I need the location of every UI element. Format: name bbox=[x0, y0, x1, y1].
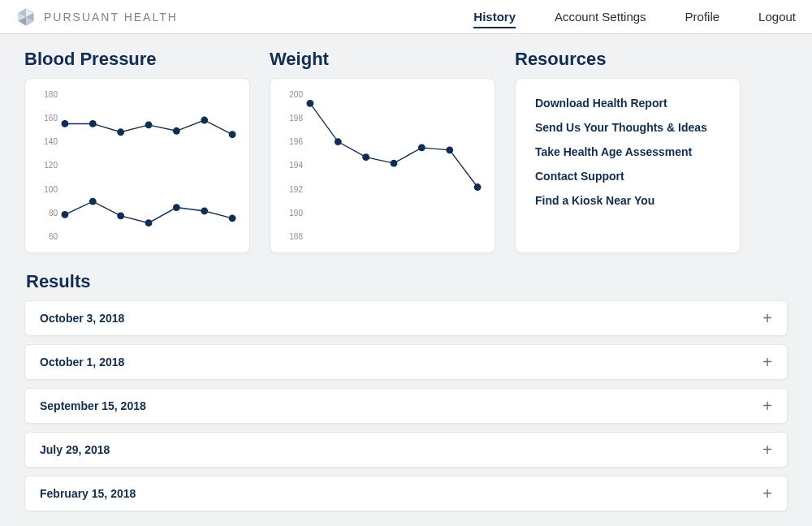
resources-panel: Resources Download Health Report Send Us… bbox=[515, 49, 788, 253]
expand-icon: + bbox=[762, 398, 772, 414]
svg-point-19 bbox=[201, 208, 208, 215]
blood-pressure-y-ticks: 1801601401201008060 bbox=[35, 90, 58, 241]
result-item[interactable]: February 15, 2018 + bbox=[24, 476, 788, 511]
resource-health-age[interactable]: Take Health Age Assessment bbox=[535, 145, 720, 158]
brand-name: PURSUANT HEALTH bbox=[44, 11, 178, 24]
results-title: Results bbox=[26, 271, 788, 292]
svg-point-15 bbox=[89, 198, 97, 205]
svg-point-23 bbox=[362, 153, 369, 161]
resource-contact-support[interactable]: Contact Support bbox=[535, 170, 720, 183]
result-label: September 15, 2018 bbox=[40, 399, 146, 412]
weight-svg bbox=[306, 93, 482, 238]
nav-history[interactable]: History bbox=[473, 5, 516, 28]
resource-find-kiosk[interactable]: Find a Kiosk Near You bbox=[535, 194, 720, 207]
result-item[interactable]: July 29, 2018 + bbox=[24, 432, 788, 468]
svg-point-17 bbox=[145, 219, 153, 226]
resource-send-thoughts[interactable]: Send Us Your Thoughts & Ideas bbox=[535, 121, 720, 134]
result-item[interactable]: October 1, 2018 + bbox=[24, 344, 788, 380]
result-label: July 29, 2018 bbox=[40, 443, 110, 456]
brand-logo-icon bbox=[16, 7, 36, 27]
brand-logo: PURSUANT HEALTH bbox=[16, 7, 178, 27]
result-item[interactable]: September 15, 2018 + bbox=[24, 388, 788, 424]
svg-point-16 bbox=[117, 212, 124, 219]
blood-pressure-svg bbox=[61, 93, 236, 238]
weight-title: Weight bbox=[270, 49, 495, 70]
svg-point-26 bbox=[446, 146, 453, 153]
result-item[interactable]: October 3, 2018 + bbox=[24, 300, 788, 336]
top-nav: History Account Settings Profile Logout bbox=[473, 0, 796, 33]
resources-list: Download Health Report Send Us Your Thou… bbox=[535, 97, 720, 207]
svg-point-24 bbox=[391, 160, 398, 167]
svg-point-10 bbox=[145, 122, 153, 129]
blood-pressure-panel: Blood Pressure 1801601401201008060 bbox=[24, 49, 250, 253]
svg-point-13 bbox=[229, 131, 236, 138]
weight-panel: Weight 200198196194192190188 bbox=[270, 49, 495, 253]
weight-chart: 200198196194192190188 bbox=[279, 90, 486, 241]
svg-point-8 bbox=[89, 120, 97, 127]
svg-point-7 bbox=[61, 120, 68, 127]
blood-pressure-chart: 1801601401201008060 bbox=[33, 90, 241, 241]
resource-download-report[interactable]: Download Health Report bbox=[535, 97, 720, 110]
svg-point-9 bbox=[117, 128, 124, 136]
page-body: Blood Pressure 1801601401201008060 Weigh… bbox=[0, 34, 812, 526]
charts-row: Blood Pressure 1801601401201008060 Weigh… bbox=[24, 49, 788, 253]
expand-icon: + bbox=[762, 442, 772, 458]
svg-point-25 bbox=[418, 144, 425, 151]
svg-point-27 bbox=[474, 183, 482, 191]
weight-y-ticks: 200198196194192190188 bbox=[280, 90, 303, 241]
expand-icon: + bbox=[762, 485, 772, 502]
svg-point-11 bbox=[173, 127, 180, 135]
result-label: October 1, 2018 bbox=[40, 356, 124, 369]
blood-pressure-title: Blood Pressure bbox=[24, 49, 250, 70]
weight-chart-card: 200198196194192190188 bbox=[270, 78, 495, 253]
nav-profile[interactable]: Profile bbox=[685, 5, 720, 28]
svg-point-20 bbox=[229, 214, 236, 222]
expand-icon: + bbox=[762, 354, 772, 370]
resources-card: Download Health Report Send Us Your Thou… bbox=[515, 78, 741, 253]
nav-logout[interactable]: Logout bbox=[758, 5, 796, 28]
resources-title: Resources bbox=[515, 49, 788, 70]
blood-pressure-chart-card: 1801601401201008060 bbox=[24, 78, 250, 253]
expand-icon: + bbox=[762, 310, 772, 326]
svg-point-18 bbox=[173, 204, 180, 211]
svg-point-21 bbox=[306, 100, 313, 107]
nav-account-settings[interactable]: Account Settings bbox=[555, 5, 646, 28]
svg-point-14 bbox=[61, 211, 68, 218]
svg-point-22 bbox=[335, 138, 342, 145]
result-label: February 15, 2018 bbox=[40, 487, 136, 500]
top-header: PURSUANT HEALTH History Account Settings… bbox=[0, 0, 812, 34]
svg-point-12 bbox=[201, 117, 208, 124]
result-label: October 3, 2018 bbox=[40, 312, 124, 325]
